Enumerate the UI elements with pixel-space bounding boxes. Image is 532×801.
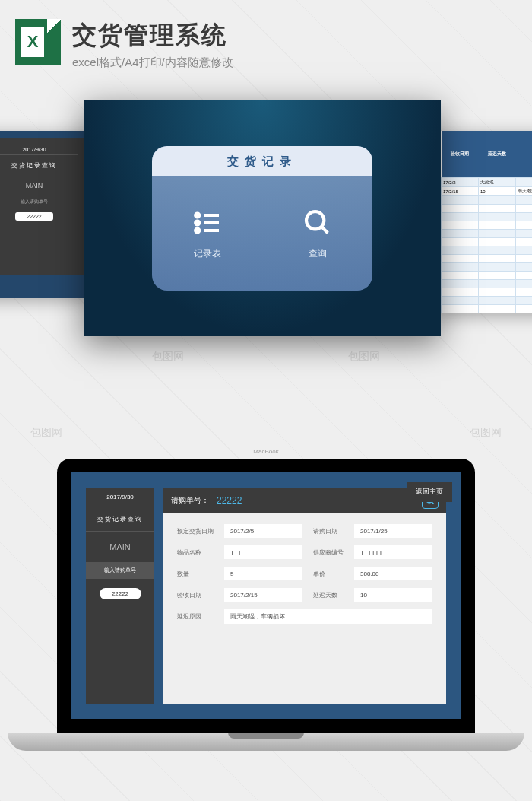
table-cell [515,178,532,187]
page-header: X 交货管理系统 excel格式/A4打印/内容随意修改 [0,0,532,78]
field-label: 预定交货日期 [177,524,214,538]
table-row [442,205,533,213]
preview-left-panel: 2017/9/30 交货记录查询 MAIN 输入请购单号 22222 [0,131,91,298]
detail-header: 请购单号： 22222 [163,488,446,513]
sidebar-date: 2017/9/30 [86,488,154,507]
card-body: 记录表 查询 [152,176,372,291]
search-label: 查询 [309,247,327,260]
sidebar-main-label: MAIN [86,532,154,562]
app-sidebar: 2017/9/30 交货记录查询 MAIN 输入请购单号 22222 [86,488,154,704]
svg-point-6 [306,211,324,229]
svg-point-2 [195,221,199,224]
svg-point-4 [195,228,199,232]
detail-header-label: 请购单号： [171,495,209,506]
table-row [442,297,533,305]
field-value: 2017/2/15 [224,588,302,602]
table-cell: 17/2/2 [442,178,479,187]
table-row [442,246,533,255]
preview-left-main: MAIN [0,176,78,195]
field-value: TTTTTT [354,545,432,559]
field-label: 物品名称 [177,545,214,559]
preview-left-date: 2017/9/30 [0,145,78,155]
table-row [442,305,533,313]
app-screen: 2017/9/30 交货记录查询 MAIN 输入请购单号 22222 请购单号：… [71,472,461,719]
preview-left-input-value: 22222 [15,212,53,221]
preview-collage: 2017/9/30 交货记录查询 MAIN 输入请购单号 22222 验收日期 … [0,85,532,367]
field-value: 300.00 [354,567,432,580]
preview-main-panel: 交货记录 记录表 查询 [84,100,441,336]
field-label: 延迟原因 [177,609,214,624]
table-cell: 10 [478,187,515,196]
table-header-row: 验收日期 延迟天数 延迟 [442,131,533,178]
svg-line-9 [432,502,434,504]
excel-icon: X [15,19,61,65]
table-header: 延迟 [515,131,532,178]
table-row [442,221,533,230]
order-number-input[interactable]: 22222 [100,588,141,599]
table-row [442,213,533,221]
table-row [442,255,533,263]
preview-right-panel: 验收日期 延迟天数 延迟 17/2/2 无延迟 17/2/15 10 雨天潮湿， [441,131,532,313]
laptop-base [8,733,524,751]
field-label: 单价 [313,567,344,580]
excel-icon-letter: X [21,27,44,57]
field-value: 2017/1/25 [354,524,432,538]
field-label: 验收日期 [177,588,214,602]
preview-left-title: 交货记录查询 [0,155,78,176]
page-subtitle: excel格式/A4打印/内容随意修改 [72,56,517,70]
table-row [442,272,533,280]
table-row [442,238,533,246]
table-cell: 无延迟 [478,178,515,187]
search-icon [302,208,333,238]
field-value: TTT [224,545,302,559]
table-row [442,263,533,272]
page-title: 交货管理系统 [72,19,517,52]
list-icon [192,208,223,238]
table-header: 验收日期 [442,131,479,178]
table-row [442,280,533,288]
table-cell: 雨天潮湿， [515,187,532,196]
record-list-button[interactable]: 记录表 [152,176,262,291]
sidebar-input-label: 输入请购单号 [86,562,154,579]
table-header: 延迟天数 [478,131,515,178]
preview-left-inner: 2017/9/30 交货记录查询 MAIN 输入请购单号 22222 [0,138,84,275]
table-row [442,230,533,238]
field-value: 雨天潮湿，车辆损坏 [224,609,432,624]
field-value: 10 [354,588,432,602]
record-list-label: 记录表 [194,247,221,260]
preview-left-input-label: 输入请购单号 [0,195,78,208]
svg-line-7 [321,227,328,233]
delivery-record-card: 交货记录 记录表 查询 [152,146,372,291]
sidebar-section-title: 交货记录查询 [86,507,154,532]
table-row: 17/2/2 无延迟 [442,178,533,187]
detail-panel: 请购单号： 22222 预定交货日期 2017/2/5 请购日期 2017/1/… [163,488,446,704]
search-button[interactable]: 查询 [262,176,372,291]
header-text: 交货管理系统 excel格式/A4打印/内容随意修改 [72,19,517,70]
field-label: 供应商编号 [313,545,344,559]
laptop-mockup: 2017/9/30 交货记录查询 MAIN 输入请购单号 22222 请购单号：… [0,459,532,801]
laptop-notch [228,733,304,739]
table-cell: 17/2/15 [442,187,479,196]
field-label: 延迟天数 [313,588,344,602]
card-title: 交货记录 [152,146,372,176]
laptop-screen: 2017/9/30 交货记录查询 MAIN 输入请购单号 22222 请购单号：… [57,459,475,733]
svg-point-0 [195,213,199,217]
laptop-brand-label: MacBook [253,448,278,455]
back-home-button[interactable]: 返回主页 [407,482,452,502]
table-row: 17/2/15 10 雨天潮湿， [442,187,533,196]
field-value: 2017/2/5 [224,524,302,538]
watermark: 包图网 [30,426,62,440]
table-row [442,196,533,205]
detail-header-value: 22222 [217,495,242,506]
table-row [442,288,533,297]
detail-form: 预定交货日期 2017/2/5 请购日期 2017/1/25 物品名称 TTT … [163,513,446,704]
field-label: 请购日期 [313,524,344,538]
field-label: 数量 [177,567,214,580]
field-value: 5 [224,567,302,580]
preview-table: 验收日期 延迟天数 延迟 17/2/2 无延迟 17/2/15 10 雨天潮湿， [441,131,532,313]
watermark: 包图网 [470,426,502,440]
